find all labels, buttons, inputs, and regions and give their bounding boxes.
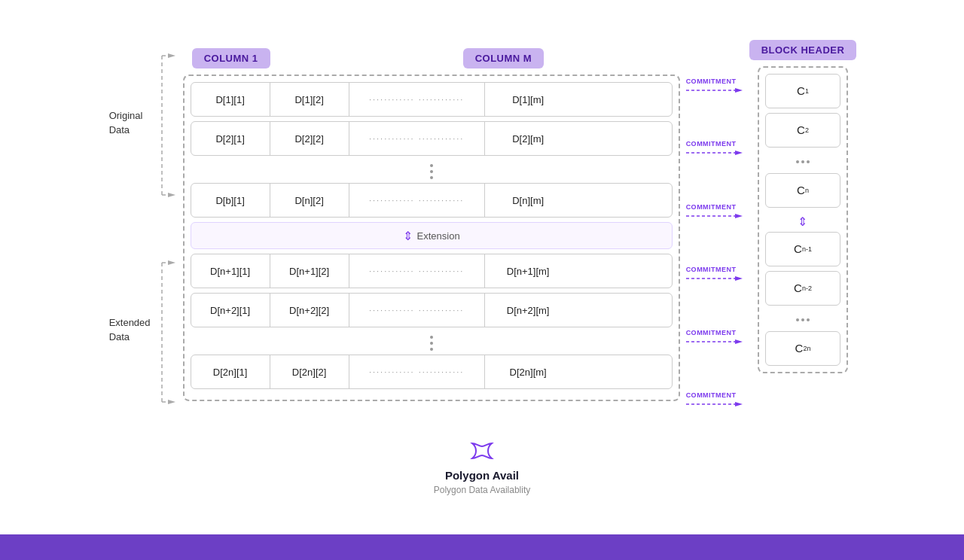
table-row: D[2][1] D[2][2] ············ ···········… (191, 121, 673, 156)
diagram: OriginalData ExtendedData COLUMN 1 COLUM… (108, 40, 857, 410)
table-row: D[b][1] D[n][2] ············ ···········… (191, 183, 673, 218)
extension-row: ⇕ Extension (191, 222, 673, 249)
cell-db1: D[b][1] (191, 184, 270, 217)
cell-dn21: D[n+2][1] (191, 294, 270, 327)
column1-header: COLUMN 1 (192, 48, 270, 68)
cell-dots-2: ············ ············ (349, 122, 485, 155)
block-header-title: BLOCK HEADER (749, 40, 857, 60)
block-cn: Cn (765, 173, 840, 208)
cell-dn12: D[n+1][2] (270, 254, 349, 288)
cell-d2m: D[2][m] (485, 122, 572, 155)
block-c2: C2 (765, 113, 840, 148)
svg-marker-9 (168, 400, 175, 404)
block-cn1: Cn-1 (765, 232, 840, 266)
vertical-dots-original (191, 160, 673, 183)
cell-dots-n1: ············ ············ (349, 254, 485, 288)
commitment-label-1: COMMITMENT (686, 78, 737, 85)
cell-dn1m: D[n+1][m] (485, 254, 572, 288)
cell-dots-n2: ············ ············ (349, 294, 485, 327)
extension-label: Extension (417, 230, 460, 242)
commitment-5: COMMITMENT (686, 329, 746, 347)
cell-d12: D[1][2] (270, 83, 349, 116)
cell-dnm: D[n][m] (485, 184, 572, 217)
original-data-label: OriginalData (109, 108, 143, 138)
polygon-logo (468, 440, 496, 466)
footer-subtitle: Polygon Data Availablity (434, 485, 531, 495)
svg-marker-13 (735, 151, 743, 155)
commitment-6: COMMITMENT (686, 391, 746, 409)
commitment-4: COMMITMENT (686, 266, 746, 284)
footer-title: Polygon Avail (445, 469, 519, 482)
cell-dn22: D[n+2][2] (270, 294, 349, 327)
left-labels: OriginalData ExtendedData (108, 44, 183, 406)
commitment-2: COMMITMENT (686, 140, 746, 158)
main-content: OriginalData ExtendedData COLUMN 1 COLUM… (0, 0, 964, 534)
svg-marker-4 (168, 193, 175, 197)
table-row: D[n+1][1] D[n+1][2] ············ ·······… (191, 254, 673, 288)
commitment-label-6: COMMITMENT (686, 391, 737, 399)
extended-data-label: ExtendedData (109, 315, 151, 345)
svg-marker-21 (735, 402, 743, 406)
cell-dn2: D[n][2] (270, 184, 349, 217)
cell-d2nm: D[2n][m] (485, 355, 572, 388)
commitment-1: COMMITMENT (686, 78, 746, 96)
cell-dots-2n: ············ ············ (349, 355, 485, 388)
block-c1: C1 (765, 74, 840, 108)
footer: Polygon Avail Polygon Data Availablity (434, 440, 531, 495)
commitment-label-5: COMMITMENT (686, 329, 737, 336)
colm-header-pos: COLUMN M (463, 48, 584, 68)
cell-d1m: D[1][m] (485, 83, 572, 116)
block-header-section: BLOCK HEADER C1 C2 Cn ⇕ Cn-1 Cn-2 C2n (749, 40, 857, 373)
data-table: D[1][1] D[1][2] ············ ···········… (183, 75, 680, 401)
svg-marker-11 (735, 88, 743, 93)
block-c2n: C2n (765, 331, 840, 366)
table-row: D[1][1] D[1][2] ············ ···········… (191, 82, 673, 117)
cell-dn2m: D[n+2][m] (485, 294, 572, 327)
svg-marker-8 (168, 260, 175, 265)
cell-d2n1: D[2n][1] (191, 355, 270, 388)
bottom-bar (0, 534, 964, 560)
columnm-header: COLUMN M (463, 48, 545, 68)
commitment-3: COMMITMENT (686, 203, 746, 221)
cell-dots-n: ············ ············ (349, 184, 485, 217)
commitment-label-2: COMMITMENT (686, 140, 737, 148)
table-row: D[2n][1] D[2n][2] ············ ·········… (191, 355, 673, 389)
col1-header-pos: COLUMN 1 (185, 48, 463, 68)
cell-d11: D[1][1] (191, 83, 270, 116)
cell-dn11: D[n+1][1] (191, 254, 270, 288)
data-grid: COLUMN 1 COLUMN M D[1][1] D[1][2] ······… (183, 48, 680, 401)
vertical-dots-extended (191, 332, 673, 355)
svg-marker-3 (168, 53, 175, 58)
svg-marker-19 (735, 339, 743, 344)
commitment-label-3: COMMITMENT (686, 203, 737, 211)
block-cn2: Cn-2 (765, 271, 840, 306)
cell-d21: D[2][1] (191, 122, 270, 155)
block-header-boxes: C1 C2 Cn ⇕ Cn-1 Cn-2 C2n (758, 66, 848, 373)
commitment-label-4: COMMITMENT (686, 266, 737, 273)
svg-marker-17 (735, 276, 743, 281)
cell-d22: D[2][2] (270, 122, 349, 155)
cell-dots-1: ············ ············ (349, 83, 485, 116)
svg-marker-15 (735, 214, 743, 218)
table-row: D[n+2][1] D[n+2][2] ············ ·······… (191, 293, 673, 327)
headers-row: COLUMN 1 COLUMN M (183, 48, 584, 68)
cell-d2n2: D[2n][2] (270, 355, 349, 388)
